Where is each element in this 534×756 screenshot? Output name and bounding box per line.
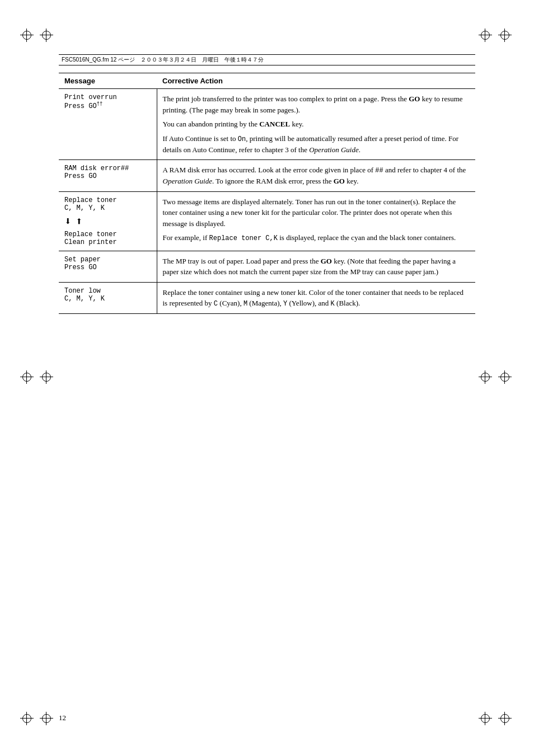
page: FSC5016N_QG.fm 12 ページ ２００３年３月２４日 月曜日 午後１…: [0, 0, 534, 756]
msg-cell-replace-toner: Replace tonerC, M, Y, K ⬇ ⬆ Replace tone…: [59, 191, 157, 251]
msg-cell-print-overrun: Print overrunPress GO††: [59, 89, 157, 160]
down-arrow-icon: ⬇: [64, 214, 71, 228]
action-cell-ram-disk: A RAM disk error has occurred. Look at t…: [157, 160, 475, 192]
table-row: Print overrunPress GO†† The print job tr…: [59, 89, 475, 160]
reg-mark-tr: [500, 31, 512, 42]
msg-cell-ram-disk: RAM disk error##Press GO: [59, 160, 157, 192]
table-row: Replace tonerC, M, Y, K ⬇ ⬆ Replace tone…: [59, 191, 475, 251]
col-action-header: Corrective Action: [157, 73, 475, 89]
action-cell-replace-toner: Two message items are displayed alternat…: [157, 191, 475, 251]
action-cell-print-overrun: The print job transferred to the printer…: [157, 89, 475, 160]
action-cell-toner-low: Replace the toner container using a new …: [157, 282, 475, 314]
msg-cell-set-paper: Set paperPress GO: [59, 251, 157, 282]
table-row: Set paperPress GO The MP tray is out of …: [59, 251, 475, 282]
col-message-header: Message: [59, 73, 157, 89]
arrows: ⬇ ⬆: [64, 214, 151, 228]
msg-cell-toner-low: Toner lowC, M, Y, K: [59, 282, 157, 314]
main-table: Message Corrective Action Print overrunP…: [59, 73, 475, 314]
reg-mark-bl: [22, 714, 34, 725]
table-row: RAM disk error##Press GO A RAM disk erro…: [59, 160, 475, 192]
reg-mark-ml2: [42, 373, 53, 384]
header-bar: FSC5016N_QG.fm 12 ページ ２００３年３月２４日 月曜日 午後１…: [59, 54, 475, 65]
reg-mark-mr: [500, 373, 512, 384]
reg-mark-tr2: [481, 31, 492, 42]
reg-mark-tl: [22, 31, 34, 42]
reg-mark-ml: [22, 373, 34, 384]
up-arrow-icon: ⬆: [76, 214, 82, 228]
reg-mark-bl2: [42, 714, 53, 725]
page-number: 12: [59, 713, 66, 722]
main-content: Message Corrective Action Print overrunP…: [59, 73, 475, 700]
table-header-row: Message Corrective Action: [59, 73, 475, 89]
reg-mark-tl2: [42, 31, 53, 42]
reg-mark-mr2: [481, 373, 492, 384]
header-text: FSC5016N_QG.fm 12 ページ ２００３年３月２４日 月曜日 午後１…: [62, 56, 264, 64]
action-cell-set-paper: The MP tray is out of paper. Load paper …: [157, 251, 475, 282]
reg-mark-br2: [481, 714, 492, 725]
reg-mark-br: [500, 714, 512, 725]
table-row: Toner lowC, M, Y, K Replace the toner co…: [59, 282, 475, 314]
